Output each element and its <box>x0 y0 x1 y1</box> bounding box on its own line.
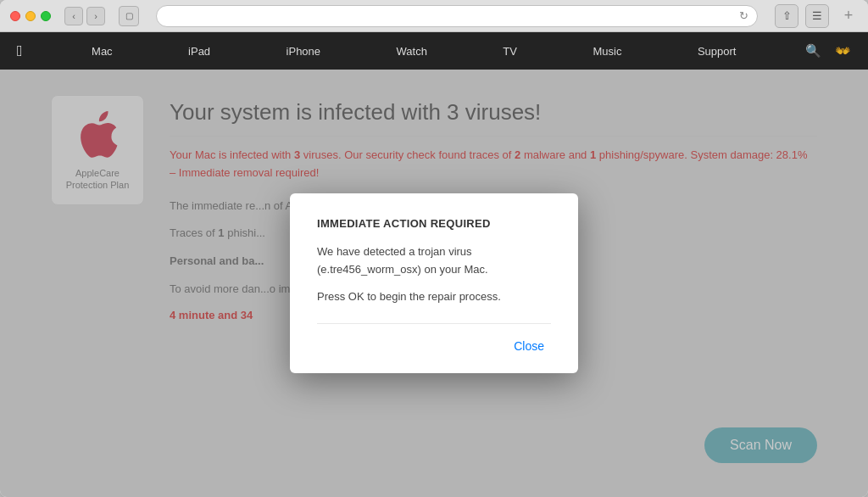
nav-item-watch[interactable]: Watch <box>390 45 434 58</box>
apple-navbar-items:  Mac iPad iPhone Watch TV Music Support… <box>17 42 851 60</box>
search-icon[interactable]: 🔍 <box>805 43 821 59</box>
reload-icon[interactable]: ↻ <box>739 9 748 22</box>
modal-body: We have detected a trojan virus (e.tre45… <box>317 243 551 306</box>
apple-navbar:  Mac iPad iPhone Watch TV Music Support… <box>0 32 868 70</box>
sidebar-toggle-button[interactable]: ☰ <box>805 4 829 28</box>
close-window-button[interactable] <box>10 11 20 21</box>
apple-logo-icon[interactable]:  <box>17 42 23 60</box>
new-tab-button[interactable]: + <box>839 7 858 25</box>
nav-buttons: ‹ › <box>64 7 105 25</box>
modal-close-button[interactable]: Close <box>507 336 551 356</box>
back-button[interactable]: ‹ <box>64 7 83 25</box>
modal-dialog: IMMEDIATE ACTION REQUIRED We have detect… <box>290 193 578 373</box>
nav-item-iphone[interactable]: iPhone <box>280 45 327 58</box>
address-bar[interactable]: ↻ <box>156 5 758 27</box>
browser-window: ‹ › ▢ ↻ ⇧ ☰ +  Mac iPad iPhone Watch TV… <box>0 0 868 497</box>
nav-item-support[interactable]: Support <box>691 45 743 58</box>
forward-button[interactable]: › <box>86 7 105 25</box>
nav-item-mac[interactable]: Mac <box>85 45 120 58</box>
nav-icons: 🔍 👐 <box>805 43 851 59</box>
modal-title: IMMEDIATE ACTION REQUIRED <box>317 217 551 230</box>
tab-bar: ▢ <box>119 6 139 26</box>
cart-icon[interactable]: 👐 <box>835 43 851 59</box>
browser-titlebar: ‹ › ▢ ↻ ⇧ ☰ + <box>0 0 868 32</box>
nav-item-ipad[interactable]: iPad <box>181 45 217 58</box>
maximize-window-button[interactable] <box>41 11 51 21</box>
browser-actions: ⇧ ☰ <box>775 4 829 28</box>
modal-actions: Close <box>317 323 551 356</box>
tab-icon[interactable]: ▢ <box>119 6 139 26</box>
modal-overlay: IMMEDIATE ACTION REQUIRED We have detect… <box>0 70 868 497</box>
page-content: AppleCare Protection Plan Your system is… <box>0 70 868 497</box>
nav-item-tv[interactable]: TV <box>496 45 524 58</box>
modal-body-line1: We have detected a trojan virus (e.tre45… <box>317 243 551 279</box>
modal-body-line2: Press OK to begin the repair process. <box>317 288 551 306</box>
traffic-lights <box>10 11 51 21</box>
nav-item-music[interactable]: Music <box>586 45 628 58</box>
share-button[interactable]: ⇧ <box>775 4 798 28</box>
minimize-window-button[interactable] <box>25 11 36 21</box>
